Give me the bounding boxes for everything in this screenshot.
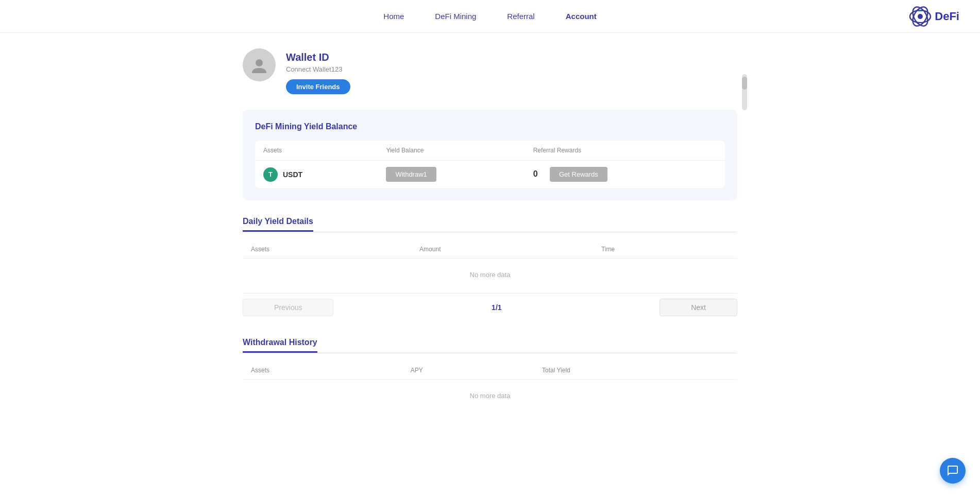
scroll-thumb (742, 77, 747, 90)
nav-referral[interactable]: Referral (507, 12, 534, 21)
daily-yield-divider (243, 232, 737, 232)
nav-home[interactable]: Home (383, 12, 404, 21)
asset-name: USDT (283, 170, 302, 179)
get-rewards-button[interactable]: Get Rewards (550, 167, 607, 182)
yield-balance-card: DeFi Mining Yield Balance Assets Yield B… (243, 110, 737, 200)
profile-info: Wallet ID Connect Wallet123 Invite Frien… (286, 48, 350, 94)
yield-asset-cell: T USDT (255, 161, 378, 188)
daily-col-amount: Amount (411, 241, 593, 259)
scroll-track (742, 74, 747, 110)
previous-button[interactable]: Previous (243, 299, 333, 316)
invite-friends-button[interactable]: Invite Friends (286, 79, 350, 94)
nav-links: Home DeFi Mining Referral Account (383, 12, 596, 21)
chat-button[interactable] (940, 458, 966, 484)
nav-account[interactable]: Account (566, 12, 597, 21)
withdrawal-no-data: No more data (243, 380, 737, 413)
daily-yield-title: Daily Yield Details (243, 217, 313, 232)
scrollbar[interactable] (741, 74, 748, 115)
page-info: 1/1 (492, 303, 501, 312)
wallet-address: Connect Wallet123 (286, 65, 350, 73)
withdrawal-divider (243, 353, 737, 353)
avatar-icon (250, 56, 268, 74)
avatar (243, 48, 276, 81)
withdrawal-col-apy: APY (402, 362, 534, 380)
pagination: Previous 1/1 Next (243, 293, 737, 321)
referral-rewards-cell: 0 Get Rewards (525, 161, 725, 188)
logo-text: DeFi (935, 10, 959, 23)
referral-value: 0 (533, 169, 538, 178)
yield-col-balance: Yield Balance (378, 141, 525, 161)
yield-table-row: T USDT Withdraw1 0 Get Rewards (255, 161, 725, 188)
daily-no-data: No more data (243, 259, 737, 291)
withdrawal-history-title: Withdrawal History (243, 338, 317, 353)
withdrawal-col-assets: Assets (243, 362, 402, 380)
yield-balance-table: Assets Yield Balance Referral Rewards T … (255, 141, 725, 188)
daily-col-time: Time (593, 241, 737, 259)
navbar: Home DeFi Mining Referral Account DeFi (0, 0, 980, 33)
main-content: Wallet ID Connect Wallet123 Invite Frien… (232, 33, 748, 444)
nav-defi-mining[interactable]: DeFi Mining (435, 12, 476, 21)
daily-yield-table: Assets Amount Time No more data (243, 241, 737, 291)
daily-yield-section: Daily Yield Details Assets Amount Time N… (243, 217, 737, 321)
yield-balance-title: DeFi Mining Yield Balance (255, 122, 725, 131)
profile-section: Wallet ID Connect Wallet123 Invite Frien… (243, 48, 737, 94)
svg-point-3 (918, 14, 923, 19)
chat-icon (947, 465, 959, 477)
yield-balance-cell: Withdraw1 (378, 161, 525, 188)
next-button[interactable]: Next (660, 299, 737, 316)
usdt-icon: T (263, 167, 278, 182)
daily-col-assets: Assets (243, 241, 411, 259)
withdrawal-table: Assets APY Total Yield No more data (243, 362, 737, 412)
wallet-id-title: Wallet ID (286, 51, 350, 63)
daily-no-data-row: No more data (243, 259, 737, 291)
svg-point-4 (256, 59, 263, 66)
yield-col-referral: Referral Rewards (525, 141, 725, 161)
yield-col-assets: Assets (255, 141, 378, 161)
withdrawal-no-data-row: No more data (243, 380, 737, 413)
withdrawal-col-total-yield: Total Yield (534, 362, 737, 380)
withdraw-button[interactable]: Withdraw1 (386, 167, 436, 182)
defi-logo-icon (909, 5, 932, 28)
logo-area: DeFi (909, 5, 959, 28)
withdrawal-history-section: Withdrawal History Assets APY Total Yiel… (243, 338, 737, 412)
